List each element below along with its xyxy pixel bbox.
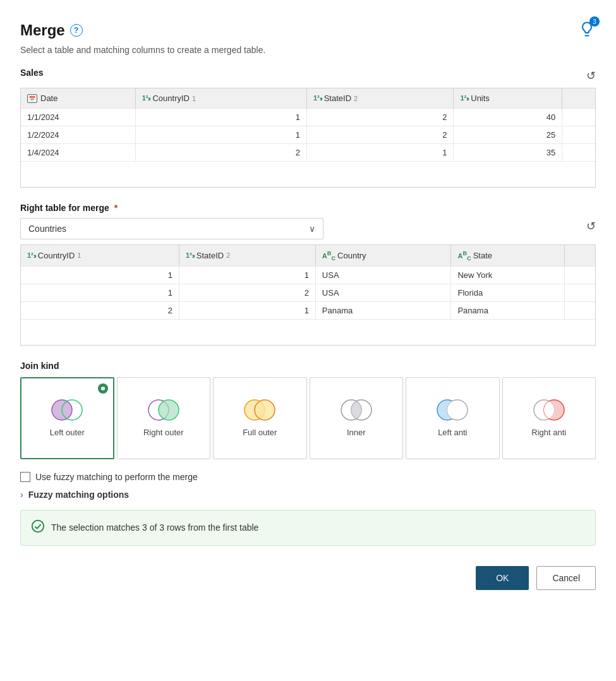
col-r-country-id[interactable]: 1²₃ CountryID 1 — [21, 245, 179, 267]
table-empty-row — [21, 162, 595, 187]
join-card-inner[interactable]: Inner — [310, 377, 404, 459]
chevron-down-icon: ∨ — [309, 224, 315, 234]
left-anti-venn — [433, 397, 471, 423]
page-title: Merge — [20, 21, 65, 39]
join-card-left-outer-label: Left outer — [50, 428, 85, 438]
table-row[interactable]: 2 1 Panama Panama — [21, 302, 595, 320]
right-table: 1²₃ CountryID 1 1²₃ StateID 2 ABC Co — [21, 245, 595, 345]
ok-button[interactable]: OK — [476, 566, 529, 590]
required-indicator: * — [114, 203, 118, 213]
join-card-right-outer[interactable]: Right outer — [117, 377, 211, 459]
status-check-icon — [31, 519, 45, 536]
lightbulb-badge: 3 — [589, 16, 600, 27]
table-row[interactable]: 1/1/2024 1 2 40 — [21, 109, 595, 126]
right-table-select[interactable]: Countries ∨ — [20, 218, 323, 239]
col-country-id[interactable]: 1²₃ CountryID 1 — [135, 88, 306, 109]
left-outer-venn — [48, 397, 86, 423]
col-units[interactable]: 1²₃ Units — [454, 88, 562, 109]
fuzzy-section: Use fuzzy matching to perform the merge … — [20, 472, 596, 500]
cancel-button[interactable]: Cancel — [536, 566, 596, 590]
col-date[interactable]: 📅 Date — [21, 88, 135, 109]
selected-indicator — [98, 383, 108, 394]
right-table-container: 1²₃ CountryID 1 1²₃ StateID 2 ABC Co — [20, 244, 596, 346]
join-kind-section: Join kind Left outer Right outer — [20, 361, 596, 459]
lightbulb-button[interactable]: 3 — [578, 20, 596, 40]
refresh-left-icon[interactable]: ↺ — [586, 69, 596, 83]
join-card-right-outer-label: Right outer — [143, 428, 184, 438]
col-r-country[interactable]: ABC Country — [315, 245, 451, 267]
right-table-label: Right table for merge — [20, 203, 109, 213]
footer-buttons: OK Cancel — [20, 566, 596, 590]
join-kind-grid: Left outer Right outer Full outer — [20, 377, 596, 459]
right-anti-venn — [530, 397, 568, 423]
fuzzy-options-label: Fuzzy matching options — [28, 490, 129, 500]
join-card-full-outer[interactable]: Full outer — [213, 377, 307, 459]
table-row[interactable]: 1/2/2024 1 2 25 — [21, 126, 595, 144]
svg-point-3 — [159, 400, 179, 420]
join-card-left-outer[interactable]: Left outer — [20, 377, 114, 459]
table-empty-row — [21, 320, 595, 345]
selected-table-value: Countries — [28, 224, 66, 234]
fuzzy-checkbox[interactable] — [20, 472, 30, 482]
full-outer-venn — [241, 397, 279, 423]
fuzzy-checkbox-label: Use fuzzy matching to perform the merge — [35, 472, 198, 482]
col-r-state[interactable]: ABC State — [451, 245, 565, 267]
col-state-id[interactable]: 1²₃ StateID 2 — [306, 88, 454, 109]
join-card-left-anti[interactable]: Left anti — [406, 377, 500, 459]
left-table: 📅 Date 1²₃ CountryID 1 1²₃ StateID — [21, 88, 595, 187]
left-table-container: 📅 Date 1²₃ CountryID 1 1²₃ StateID — [20, 88, 596, 188]
col-r-empty — [564, 245, 595, 267]
svg-point-5 — [255, 400, 275, 420]
right-outer-venn — [145, 397, 183, 423]
inner-venn — [337, 397, 375, 423]
status-bar: The selection matches 3 of 3 rows from t… — [20, 510, 596, 546]
svg-point-18 — [32, 521, 44, 532]
join-card-right-anti[interactable]: Right anti — [502, 377, 596, 459]
col-empty-1 — [562, 88, 595, 109]
join-card-inner-label: Inner — [347, 428, 366, 438]
join-card-right-anti-label: Right anti — [531, 428, 566, 438]
join-card-left-anti-label: Left anti — [438, 428, 467, 438]
subtitle: Select a table and matching columns to c… — [20, 45, 596, 55]
status-message: The selection matches 3 of 3 rows from t… — [51, 522, 258, 533]
table-row[interactable]: 1 2 USA Florida — [21, 284, 595, 302]
col-r-state-id[interactable]: 1²₃ StateID 2 — [179, 245, 316, 267]
table-row[interactable]: 1/4/2024 2 1 35 — [21, 144, 595, 162]
help-icon[interactable]: ? — [70, 24, 83, 37]
join-card-full-outer-label: Full outer — [243, 428, 277, 438]
fuzzy-options-toggle[interactable]: › Fuzzy matching options — [20, 490, 596, 500]
left-table-label: Sales — [20, 68, 44, 78]
table-row[interactable]: 1 1 USA New York — [21, 267, 595, 284]
refresh-right-icon[interactable]: ↺ — [586, 219, 596, 233]
chevron-right-icon: › — [20, 490, 23, 500]
join-kind-label: Join kind — [20, 361, 596, 371]
